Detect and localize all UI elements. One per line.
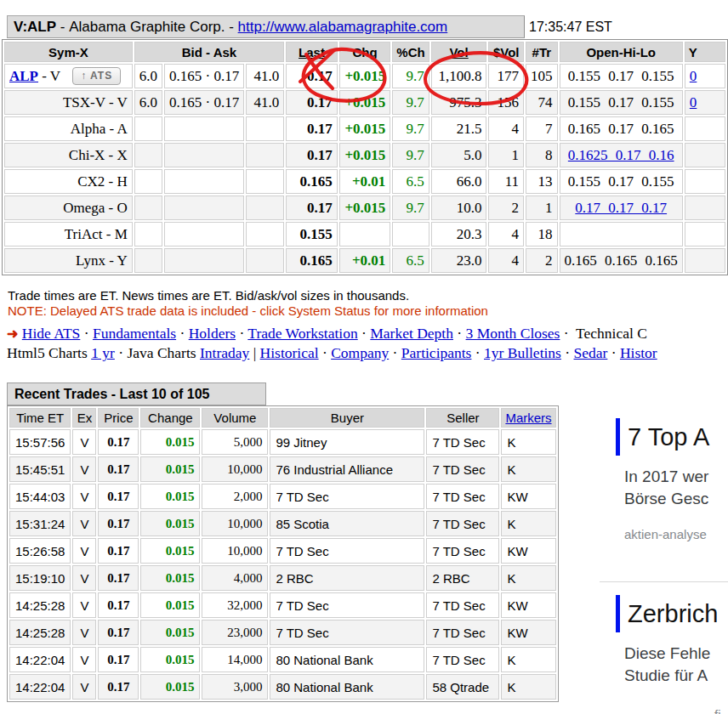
cell-buyer: 85 Scotia [270, 511, 424, 536]
cell-ntr: 13 [526, 169, 558, 194]
cell-dvol: 4 [488, 116, 524, 141]
cell-yr [685, 143, 725, 167]
cell-volume: 3,000 [202, 674, 268, 700]
cell-yr: 0 [685, 90, 725, 115]
cell-ask-size [246, 116, 284, 141]
col-vol[interactable]: Vol [431, 42, 487, 62]
cell-ask-size [246, 196, 284, 220]
cell-markers: K [501, 429, 555, 455]
cell-sym: TriAct - M [4, 222, 133, 246]
menu-history-partial[interactable]: Histor [620, 344, 657, 361]
recent-trades-table: Time ET Ex Price Change Volume Buyer Sel… [7, 405, 559, 702]
menu-fundamentals[interactable]: Fundamentals [93, 325, 176, 342]
menu-intraday[interactable]: Intraday [200, 344, 249, 361]
col-dvol: $Vol [488, 42, 524, 62]
menu-sedar[interactable]: Sedar [574, 344, 608, 361]
promo-block-2[interactable]: Zerbrich Diese Fehle Studie für A [616, 595, 728, 687]
cell-price: 0.17 [98, 620, 139, 645]
ats-toggle-button[interactable]: ↑ ATS [72, 67, 121, 85]
cell-open-hi-lo: 0.165 0.17 0.165 [560, 116, 683, 141]
cell-buyer: 2 RBC [270, 565, 424, 591]
cell-yr [685, 116, 725, 141]
cell-bid-size: 6.0 [134, 64, 162, 88]
cell-time: 15:45:51 [9, 456, 71, 482]
col-pch: %Ch [392, 42, 429, 62]
trade-row: 15:44:03 V 0.17 0.015 2,000 7 TD Sec 7 T… [9, 484, 556, 509]
cell-last: 0.165 [286, 248, 338, 273]
promo-headline[interactable]: 7 Top A [616, 418, 728, 456]
trade-row: 15:26:58 V 0.17 0.015 10,000 7 TD Sec 7 … [9, 538, 556, 564]
menu-participants[interactable]: Participants [401, 344, 472, 361]
cell-yr: 0 [685, 64, 725, 88]
cell-pch: 9.7 [392, 143, 429, 167]
cell-last: 0.17 [286, 116, 338, 141]
cell-ask-size [246, 143, 284, 167]
cell-time: 15:26:58 [9, 538, 71, 564]
cell-open-hi-lo [560, 222, 683, 246]
quote-row-ats: ALP - V↑ ATS 6.0 0.165 · 0.17 41.0 0.17 … [4, 64, 725, 88]
cell-change: 0.015 [140, 620, 200, 645]
cell-seller: 7 TD Sec [426, 456, 499, 482]
col-markers: Markers [501, 408, 555, 428]
menu-3-month-closes[interactable]: 3 Month Closes [466, 325, 560, 342]
cell-time: 14:25:28 [9, 620, 71, 645]
cell-ask-size: 41.0 [246, 90, 284, 115]
company-url-link[interactable]: http://www.alabamagraphite.com [238, 19, 448, 36]
cell-markers: K [501, 456, 555, 482]
cell-ask-size [246, 169, 284, 194]
cell-bid-size [134, 116, 162, 141]
trade-row: 14:22:04 V 0.17 0.015 14,000 80 National… [9, 647, 556, 672]
symbol-link[interactable]: ALP [9, 68, 38, 84]
menu-1yr-bulletins[interactable]: 1yr Bulletins [484, 344, 561, 361]
cell-ex: V [72, 592, 96, 618]
cell-ntr: 18 [526, 222, 558, 246]
menu-holders[interactable]: Holders [189, 325, 236, 342]
cell-vol: 5.0 [431, 143, 487, 167]
cell-markers: K [501, 674, 555, 700]
cell-change: 0.015 [140, 484, 200, 509]
col-yr: Y [685, 42, 725, 62]
menu-company[interactable]: Company [331, 344, 389, 361]
cell-markers: KW [501, 592, 555, 618]
cell-time: 15:19:10 [9, 565, 71, 591]
cell-pch: 6.5 [392, 169, 429, 194]
cell-dvol: 177 [488, 64, 524, 88]
cell-seller: 7 TD Sec [426, 620, 499, 645]
cell-dvol: 4 [488, 248, 524, 273]
cell-ask-size [246, 222, 284, 246]
menu-hide-ats[interactable]: Hide ATS [22, 325, 81, 342]
menu-market-depth[interactable]: Market Depth [370, 325, 453, 342]
cell-sym: Alpha - A [4, 116, 133, 141]
cell-buyer: 7 TD Sec [270, 538, 424, 564]
cell-time: 14:22:04 [9, 647, 71, 672]
cell-open-hi-lo: 0.165 0.165 0.165 [560, 248, 683, 273]
cell-volume: 2,000 [202, 484, 268, 509]
col-price: Price [98, 408, 139, 428]
cell-seller: 2 RBC [426, 565, 499, 591]
cell-open-hi-lo: 0.1625 0.17 0.16 [560, 143, 683, 167]
menu-historical[interactable]: Historical [260, 344, 319, 361]
cell-seller: 7 TD Sec [426, 484, 499, 509]
col-ex: Ex [72, 408, 96, 428]
markers-link[interactable]: Markers [505, 411, 551, 425]
cell-yr [685, 248, 725, 273]
cell-bid-size: 6.0 [134, 90, 162, 115]
cell-buyer: 7 TD Sec [270, 592, 424, 618]
menu-1yr-chart[interactable]: 1 yr [91, 344, 115, 361]
open-hi-lo-link[interactable]: 0.1625 0.17 0.16 [568, 147, 674, 163]
cell-price: 0.17 [98, 429, 139, 455]
open-hi-lo-link[interactable]: 0.17 0.17 0.17 [575, 200, 667, 216]
promo-block-1[interactable]: 7 Top A In 2017 wer Börse Gesc aktien-an… [616, 418, 728, 541]
cell-markers: K [501, 647, 555, 672]
promo-divider [600, 581, 728, 582]
cell-yr [685, 169, 725, 194]
cell-seller: 7 TD Sec [426, 511, 499, 536]
promo-headline[interactable]: Zerbrich [616, 595, 728, 632]
cell-last: 0.165 [286, 169, 338, 194]
col-last[interactable]: Last [286, 42, 338, 62]
col-bid-ask: Bid - Ask [134, 42, 284, 62]
cell-bid-ask [164, 116, 244, 141]
cell-dvol: 2 [488, 196, 524, 220]
menu-trade-workstation[interactable]: Trade Workstation [247, 325, 357, 342]
cell-buyer: 76 Industrial Alliance [270, 456, 424, 482]
